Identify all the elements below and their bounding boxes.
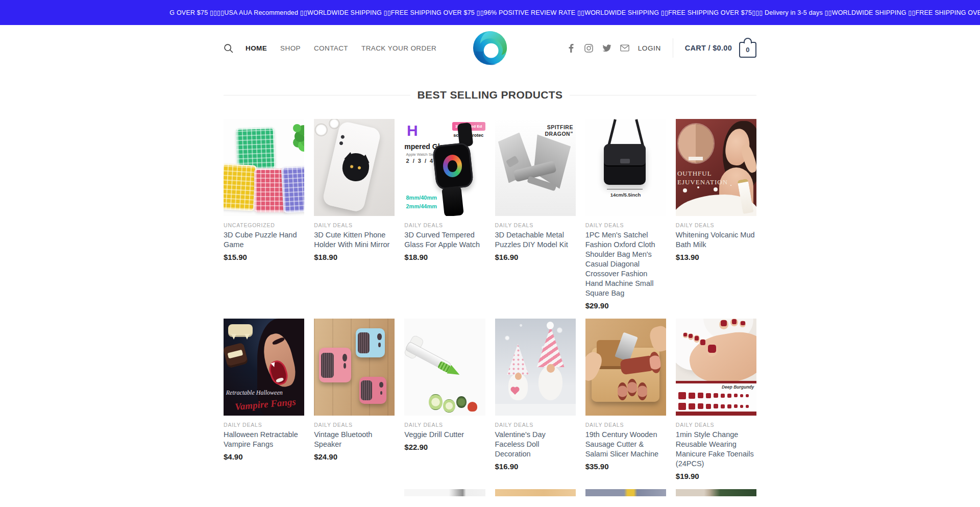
photo-decor [281,166,304,213]
instagram-icon[interactable] [584,43,594,53]
photo-decor [456,396,467,408]
product-image-link[interactable]: OUTHFUL EJUVENATION [676,119,756,216]
product-price: $19.90 [676,472,756,480]
header-divider [673,38,673,58]
product-card: UNCATEGORIZED 3D Cube Puzzle Hand Game $… [224,119,304,310]
cart-link[interactable]: CART / $0.00 0 [685,39,756,58]
product-category: DAILY DEALS [495,422,576,428]
product-price: $18.90 [314,253,395,261]
photo-text: DRAGON” [536,131,573,137]
photo-text: 14cm/5.5inch [610,192,641,198]
product-grid-row-1: UNCATEGORIZED 3D Cube Puzzle Hand Game $… [224,119,756,310]
product-price: $15.90 [224,253,304,261]
next-row-preview [224,489,756,496]
product-image-link[interactable]: H mpered Glass Apple Watch Series 2 / 3 … [404,119,485,216]
photo-decor [224,164,257,211]
product-title-link[interactable]: Halloween Retractable Vampire Fangs [224,430,304,449]
product-image-link[interactable] [314,119,395,216]
twitter-icon[interactable] [602,43,611,53]
product-card: DAILY DEALS 3D Cute Kitten Phone Holder … [314,119,395,310]
product-image-link[interactable]: 14cm/5.5inch [585,119,666,216]
photo-decor [620,159,630,164]
product-card: SPITFIRE DRAGON” DAILY DEALS 3D Detachab… [495,119,576,310]
nav-shop[interactable]: SHOP [280,44,301,52]
product-category: DAILY DEALS [585,222,666,228]
product-image-link[interactable] [224,119,304,216]
product-price: $16.90 [495,462,576,471]
cart-count-badge: 0 [739,42,756,58]
photo-decor [547,322,554,329]
heading-line-left [224,95,410,95]
nail-swatch-row [678,392,749,399]
product-card: DAILY DEALS Veggie Drill Cutter $22.90 [404,319,485,480]
product-title-link[interactable]: 3D Cute Kitten Phone Holder With Mini Mi… [314,230,395,250]
search-icon[interactable] [224,43,233,53]
product-title-link[interactable]: 1PC Men's Satchel Fashion Oxford Cloth S… [585,230,666,298]
product-image-link[interactable]: SPITFIRE DRAGON” [495,119,576,216]
product-title-link[interactable]: 3D Cube Puzzle Hand Game [224,230,304,250]
product-image-link[interactable] [404,489,485,496]
product-title-link[interactable]: Vintage Bluetooth Speaker [314,430,395,449]
main-nav: HOME SHOP CONTACT TRACK YOUR ORDER [246,44,436,52]
photo-text: OUTHFUL [677,170,712,178]
product-card: Deep Burgundy DAILY DEALS 1min Style Cha… [676,319,756,480]
product-card: H mpered Glass Apple Watch Series 2 / 3 … [404,119,485,310]
product-image-link[interactable] [495,489,576,496]
photo-decor [547,364,555,373]
product-card: DAILY DEALS 19th Century Wooden Sausage … [585,319,666,480]
product-image-link[interactable] [404,319,485,416]
photo-decor [676,381,756,384]
product-price: $22.90 [404,443,485,451]
nav-home[interactable]: HOME [246,44,267,52]
cart-count: 0 [746,46,750,54]
photo-text: EJUVENATION [677,178,728,186]
site-header: HOME SHOP CONTACT TRACK YOUR ORDER [0,25,980,71]
product-image-link[interactable] [495,319,576,416]
photo-decor [359,377,387,404]
photo-decor [699,339,706,348]
product-image-link[interactable] [585,489,666,496]
cart-total-label: CART / $0.00 [685,44,732,52]
product-title-link[interactable]: Valentine's Day Faceless Doll Decoration [495,430,576,459]
product-title-link[interactable]: Veggie Drill Cutter [404,430,485,440]
photo-decor [607,119,616,148]
photo-text: Deep Burgundy [722,385,754,390]
announcement-banner: G OVER $75 ▯▯▯▯USA AUA Recommended ▯▯WOR… [0,0,980,25]
photo-decor [635,119,644,148]
product-category: UNCATEGORIZED [224,222,304,228]
product-category: DAILY DEALS [224,422,304,428]
facebook-icon[interactable] [567,43,576,53]
product-category: DAILY DEALS [314,422,395,428]
photo-decor [688,333,694,340]
photo-text: SPITFIRE DRAGON” [536,124,573,137]
product-title-link[interactable]: 19th Century Wooden Sausage Cutter & Sal… [585,430,666,459]
product-title-link[interactable]: Whitening Volcanic Mud Bath Milk [676,230,756,250]
product-title-link[interactable]: 1min Style Change Reusable Wearing Manic… [676,430,756,469]
site-logo[interactable] [472,30,508,66]
product-image-link[interactable]: Retractable Halloween Vampire Fangs [224,319,304,416]
product-category: DAILY DEALS [676,222,756,228]
photo-text: SPITFIRE [536,124,573,131]
photo-decor [293,124,301,132]
product-card: Retractable Halloween Vampire Fangs DAIL… [224,319,304,480]
product-category: DAILY DEALS [314,222,395,228]
announcement-text: G OVER $75 ▯▯▯▯USA AUA Recommended ▯▯WOR… [169,9,980,16]
product-image-link[interactable]: Deep Burgundy [676,319,756,416]
product-card: OUTHFUL EJUVENATION DAILY DEALS Whitenin… [676,119,756,310]
section-title: BEST SELLING PRODUCTS [418,89,563,101]
photo-decor [719,320,728,329]
product-image-link[interactable] [585,319,666,416]
product-title-link[interactable]: 3D Detachable Metal Puzzles DIY Model Ki… [495,230,576,250]
email-icon[interactable] [620,43,629,53]
product-image-link[interactable] [314,319,395,416]
product-category: DAILY DEALS [676,422,756,428]
nav-track-order[interactable]: TRACK YOUR ORDER [361,44,436,52]
photo-decor [495,404,576,416]
nav-contact[interactable]: CONTACT [314,44,348,52]
login-link[interactable]: LOGIN [638,44,661,52]
product-title-link[interactable]: 3D Curved Tempered Glass For Apple Watch [404,230,485,250]
photo-decor [618,382,627,400]
product-image-link[interactable] [676,489,756,496]
product-card: 14cm/5.5inch DAILY DEALS 1PC Men's Satch… [585,119,666,310]
photo-decor [537,326,565,367]
